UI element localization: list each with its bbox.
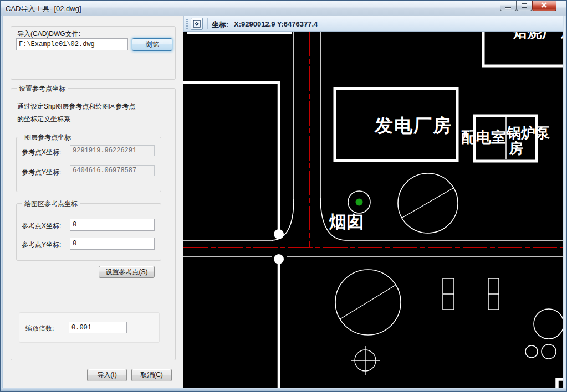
label-top-partial: 焙烧厂 房 — [513, 32, 563, 40]
cancel-label-key: C — [156, 371, 161, 379]
layer-reference-title: 图层参考点坐标 — [22, 133, 73, 142]
layer-x-label: 参考点X坐标: — [22, 148, 61, 157]
canvas-reference-groupbox: 绘图区参考点坐标 — [16, 203, 161, 261]
window-frame-bottom — [1, 388, 567, 392]
set-reference-label-pre: 设置参考点( — [105, 268, 141, 276]
cancel-button[interactable]: 取消(C) — [131, 369, 172, 381]
canvas-y-label: 参考点Y坐标: — [22, 240, 61, 250]
canvas-x-label: 参考点X坐标: — [22, 221, 61, 231]
cad-viewer: 坐标: X:9290012.9 Y:6476377.4 — [183, 16, 563, 388]
toolbar-separator — [207, 18, 208, 29]
reference-group-title: 设置参考点坐标 — [17, 84, 68, 94]
label-boiler-line1: 锅炉泵 — [506, 125, 550, 141]
cad-drawing: 发电厂房 配电室 锅炉泵 房 焙烧厂 房 烟囱 — [183, 32, 563, 388]
canvas-x-input[interactable] — [70, 219, 155, 231]
circle-structure — [525, 345, 538, 358]
building-outline-left — [183, 82, 279, 232]
close-icon — [533, 1, 556, 10]
dwg-file-label: 导入(CAD)DWG文件: — [17, 29, 80, 39]
minimize-icon — [505, 7, 511, 8]
tank-diagonal — [402, 188, 454, 218]
set-reference-label-key: S — [141, 268, 145, 276]
minimize-button[interactable] — [500, 1, 517, 11]
building-fragment-bottom-right — [557, 379, 563, 388]
cad-drawing-canvas[interactable]: 发电厂房 配电室 锅炉泵 房 焙烧厂 房 烟囱 — [183, 32, 563, 388]
maximize-button[interactable] — [517, 1, 532, 11]
layer-x-input — [70, 145, 155, 156]
import-label-post: ) — [115, 371, 117, 379]
building-fragment-top-left — [188, 32, 290, 33]
window-frame-right — [563, 16, 567, 388]
cancel-label-post: ) — [161, 371, 163, 379]
import-dialog-panel: 导入(CAD)DWG文件: 浏览 设置参考点坐标 通过设定Shp图层参考点和绘图… — [3, 16, 183, 388]
app-window: CAD导入工具- [02.dwg] 导入(CAD)DWG文件: 浏览 — [0, 0, 567, 392]
maximize-icon — [522, 3, 527, 8]
toolbar-grip[interactable] — [186, 19, 188, 29]
chimney-green-marker — [356, 199, 363, 206]
reference-description-line2: 的坐标定义坐标系 — [17, 115, 70, 124]
label-power-plant: 发电厂房 — [374, 115, 452, 136]
circle-structure — [542, 344, 556, 359]
label-boiler-line2: 房 — [508, 140, 523, 157]
coordinate-label: 坐标: — [212, 20, 228, 30]
label-chimney: 烟囱 — [329, 212, 364, 231]
cancel-label-pre: 取消( — [140, 371, 156, 379]
fit-extents-button[interactable] — [191, 18, 203, 30]
coordinate-value: X:9290012.9 Y:6476377.4 — [234, 20, 318, 28]
window-title: CAD导入工具- [02.dwg] — [6, 4, 81, 14]
dwg-path-input[interactable] — [16, 38, 128, 50]
reference-description-line1: 通过设定Shp图层参考点和绘图区参考点 — [17, 102, 135, 111]
layer-y-label: 参考点Y坐标: — [22, 168, 61, 177]
import-label-pre: 导入( — [97, 371, 113, 379]
scale-input[interactable] — [69, 322, 127, 333]
layer-y-input — [70, 165, 155, 176]
close-button[interactable] — [532, 1, 556, 11]
canvas-reference-title: 绘图区参考点坐标 — [22, 199, 80, 209]
canvas-y-input[interactable] — [70, 238, 155, 250]
fit-extents-icon — [191, 18, 202, 29]
tank-diagonal — [340, 285, 396, 319]
circle-structure — [534, 309, 563, 339]
label-distribution-room: 配电室 — [461, 129, 506, 146]
set-reference-point-button[interactable]: 设置参考点(S) — [99, 266, 155, 278]
import-button[interactable]: 导入(I) — [87, 369, 127, 381]
coordinate-toolbar: 坐标: X:9290012.9 Y:6476377.4 — [183, 16, 563, 32]
point-marker — [274, 229, 284, 239]
browse-button[interactable]: 浏览 — [132, 38, 172, 51]
title-bar[interactable]: CAD导入工具- [02.dwg] — [1, 1, 566, 16]
scale-label: 缩放倍数: — [25, 324, 54, 333]
set-reference-label-post: ) — [146, 268, 148, 276]
